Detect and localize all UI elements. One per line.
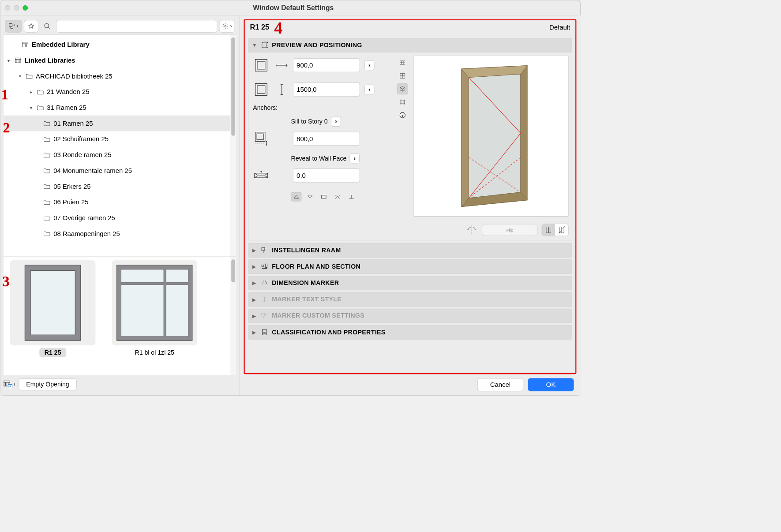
zoom-dot[interactable] xyxy=(23,5,28,11)
anchor-mode-2[interactable] xyxy=(305,192,315,202)
library-tree[interactable]: Embedded Library ▾ Linked Libraries ▾ xyxy=(4,35,230,256)
chevron-right-icon: ▶ xyxy=(252,264,257,270)
tree-linked-libraries[interactable]: ▾ Linked Libraries xyxy=(4,52,230,68)
anchor-mode-5[interactable] xyxy=(346,192,357,202)
close-dot[interactable] xyxy=(5,5,10,11)
tree-item[interactable]: 05 Erkers 25 xyxy=(4,178,230,194)
tree-label: 03 Ronde ramen 25 xyxy=(53,151,111,158)
svg-marker-26 xyxy=(521,66,527,200)
panel-icon xyxy=(261,247,268,254)
width-dim-icon xyxy=(275,56,289,75)
panel-title: INSTELLINGEN RAAM xyxy=(272,247,341,254)
thumbnail-caption: R1 25 xyxy=(39,348,66,357)
height-dim-icon xyxy=(275,80,289,99)
flip-side-b[interactable] xyxy=(555,224,568,236)
height-input[interactable] xyxy=(293,82,360,96)
thumbnails-scrollbar[interactable] xyxy=(230,257,236,375)
tree-item[interactable]: 01 Ramen 25 xyxy=(4,116,230,131)
panel-icon xyxy=(261,41,268,49)
thumbnail-item[interactable]: R1 bl ol 1zl 25 xyxy=(112,260,197,371)
anchor-mode-4[interactable] xyxy=(332,192,343,202)
flip-button[interactable]: Flip xyxy=(482,224,537,236)
folder-icon xyxy=(43,135,51,143)
chevron-down-icon[interactable]: ▾ xyxy=(17,74,23,79)
tree-item[interactable]: 02 Schuiframen 25 xyxy=(4,131,230,147)
tree-scrollbar[interactable] xyxy=(230,35,236,256)
tree-label: 02 Schuiframen 25 xyxy=(53,135,109,143)
preview-view-toggles xyxy=(396,56,409,216)
thumbnails-grid: R1 25 R1 bl ol 1zl 25 xyxy=(4,257,230,375)
panel-head-instellingen[interactable]: ▶ INSTELLINGEN RAAM xyxy=(248,243,572,258)
tree-label: 08 Raamopeningen 25 xyxy=(53,230,120,237)
tree-item[interactable]: 08 Raamopeningen 25 xyxy=(4,226,230,242)
view-3d[interactable] xyxy=(397,83,408,94)
tree-item[interactable]: 06 Puien 25 xyxy=(4,194,230,210)
svg-rect-0 xyxy=(9,23,12,26)
tree-subfolder-1[interactable]: ▸ 21 Wanden 25 xyxy=(4,84,230,100)
mirror-icon[interactable] xyxy=(466,225,478,235)
empty-opening-button[interactable]: Empty Opening xyxy=(19,378,77,390)
library-manager-icon[interactable]: › xyxy=(4,380,15,388)
info-icon[interactable] xyxy=(397,109,408,120)
chevron-right-icon[interactable]: ▸ xyxy=(28,89,34,94)
reveal-input[interactable] xyxy=(293,169,360,182)
anchor-mode-group xyxy=(291,192,389,202)
panel-head-markercustom: ▶ MARKER CUSTOM SETTINGS xyxy=(248,309,572,323)
panel-head-floorplan[interactable]: ▶ FLOOR PLAN AND SECTION xyxy=(248,259,572,274)
anchor-mode-3[interactable] xyxy=(319,192,329,202)
panel-icon xyxy=(261,279,268,286)
panel-head-classification[interactable]: ▶ CLASSIFICATION AND PROPERTIES xyxy=(248,325,572,340)
view-section[interactable] xyxy=(397,97,408,108)
tree-label: 01 Ramen 25 xyxy=(53,120,93,127)
panel-icon xyxy=(261,329,268,336)
view-plan[interactable] xyxy=(397,70,408,81)
thumbnail-item[interactable]: R1 25 xyxy=(10,260,95,371)
reveal-popup[interactable]: › xyxy=(350,154,360,163)
panel-head-preview[interactable]: ▼ PREVIEW AND POSITIONING xyxy=(248,38,572,52)
panel-head-dimension[interactable]: ▶ DIMENSION MARKER xyxy=(248,276,572,290)
tree-label: ARCHICAD bibliotheek 25 xyxy=(36,72,113,80)
svg-rect-10 xyxy=(121,285,164,336)
chevron-down-icon[interactable]: ▾ xyxy=(6,58,12,63)
tree-root-folder[interactable]: ▾ ARCHICAD bibliotheek 25 xyxy=(4,68,230,84)
options-button[interactable]: › xyxy=(219,20,235,32)
tree-label: Embedded Library xyxy=(32,41,90,49)
view-elevation[interactable] xyxy=(397,57,408,68)
width-input[interactable] xyxy=(293,58,360,72)
panel-title: FLOOR PLAN AND SECTION xyxy=(272,263,360,270)
svg-rect-29 xyxy=(546,227,548,233)
chevron-right-icon: ▶ xyxy=(252,247,257,253)
search-icon-button[interactable] xyxy=(40,20,54,32)
traffic-lights xyxy=(5,5,28,11)
flip-side-a[interactable] xyxy=(542,224,555,236)
library-icon xyxy=(21,41,29,49)
tree-label: 21 Wanden 25 xyxy=(47,88,89,96)
tree-embedded-library[interactable]: Embedded Library xyxy=(4,37,230,52)
svg-rect-31 xyxy=(559,227,561,233)
cancel-button[interactable]: Cancel xyxy=(477,378,523,391)
sill-popup[interactable]: › xyxy=(331,117,341,127)
browse-mode-button[interactable]: › xyxy=(5,20,22,32)
chevron-right-icon: ▶ xyxy=(252,281,257,286)
panel-title: MARKER TEXT STYLE xyxy=(272,296,342,303)
height-popup[interactable]: › xyxy=(364,85,374,94)
panel-title: CLASSIFICATION AND PROPERTIES xyxy=(272,329,385,336)
sill-input[interactable] xyxy=(293,132,360,146)
tree-subfolder-2[interactable]: ▾ 31 Ramen 25 xyxy=(4,100,230,116)
tree-item[interactable]: 07 Overige ramen 25 xyxy=(4,210,230,226)
minimize-dot[interactable] xyxy=(14,5,19,11)
thumbnail-caption: R1 bl ol 1zl 25 xyxy=(130,348,180,357)
tree-item[interactable]: 03 Ronde ramen 25 xyxy=(4,147,230,163)
svg-rect-20 xyxy=(322,195,326,198)
tree-item[interactable]: 04 Monumentale ramen 25 xyxy=(4,163,230,179)
anchor-mode-1[interactable] xyxy=(291,192,301,202)
chevron-down-icon[interactable]: ▾ xyxy=(28,105,34,110)
search-input[interactable] xyxy=(56,20,218,32)
ok-button[interactable]: OK xyxy=(528,378,574,391)
panel-head-markertext: ▶ MARKER TEXT STYLE xyxy=(248,292,572,307)
chevron-right-icon: ▶ xyxy=(252,313,257,318)
width-popup[interactable]: › xyxy=(364,60,374,70)
width-icon xyxy=(252,56,270,75)
favorites-button[interactable] xyxy=(24,20,38,32)
preview-3d[interactable] xyxy=(414,56,569,216)
